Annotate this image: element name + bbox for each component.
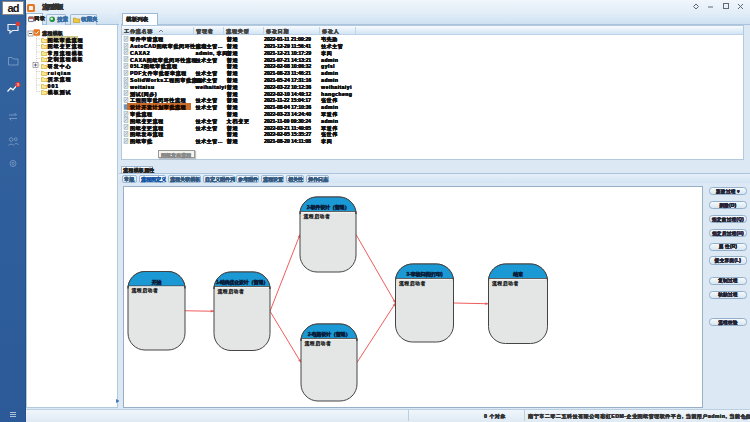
svg-text:流程启动者: 流程启动者 (304, 213, 331, 220)
svg-text:流程启动者: 流程启动者 (218, 288, 245, 295)
svg-text:结束: 结束 (512, 271, 523, 278)
svg-text:1-结构优化设计（普通）: 1-结构优化设计（普通） (216, 279, 268, 286)
svg-text:流程启动者: 流程启动者 (132, 287, 159, 294)
svg-text:流程启动者: 流程启动者 (492, 280, 519, 287)
svg-text:开始: 开始 (151, 279, 163, 286)
svg-text:流程启动者: 流程启动者 (399, 280, 426, 287)
svg-text:流程启动者: 流程启动者 (305, 340, 332, 347)
svg-text:2-电路设计（普通）: 2-电路设计（普通） (308, 331, 350, 338)
svg-text:2-软件设计（普通）: 2-软件设计（普通） (307, 204, 349, 211)
svg-text:3-审核归档(打印): 3-审核归档(打印) (407, 271, 443, 278)
